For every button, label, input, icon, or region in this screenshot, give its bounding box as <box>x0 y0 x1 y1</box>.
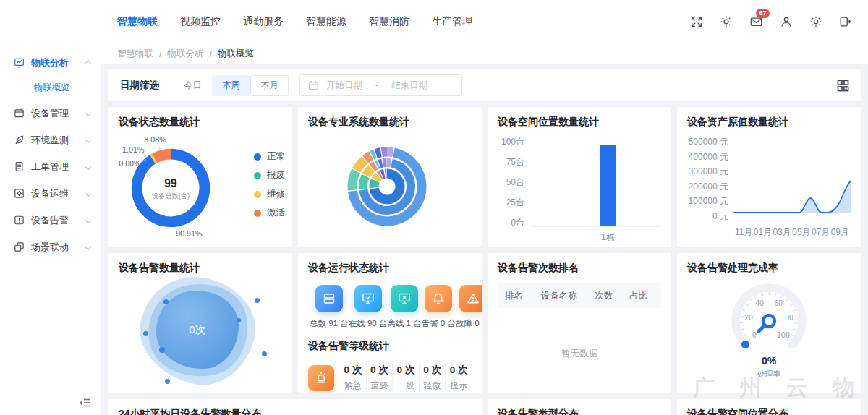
level-label: 提示 <box>446 380 472 392</box>
quick-month-button[interactable]: 本月 <box>250 75 289 96</box>
alert-square-icon <box>14 215 25 226</box>
level-value: 0 次 <box>340 364 366 377</box>
card-title: 设备专业系统数量统计 <box>308 116 472 129</box>
system-sunburst-chart <box>308 129 472 241</box>
y-tick: 50台 <box>506 178 524 187</box>
chevron-up-icon <box>85 59 91 65</box>
bell-icon <box>425 285 452 312</box>
siren-icon <box>308 365 334 391</box>
calendar-icon <box>308 80 319 91</box>
sidebar-item-scene-linkage[interactable]: 场景联动 <box>0 234 101 260</box>
alarm-liquid-chart: 0次 <box>119 278 282 385</box>
legend-item-repair[interactable]: 维修 <box>254 188 285 200</box>
level-hint: 0 次 提示 <box>445 362 472 393</box>
x-tick: 03月 <box>773 226 791 239</box>
layout-grid-icon[interactable] <box>837 80 849 92</box>
legend-item-normal[interactable]: 正常 <box>254 150 285 163</box>
scatter-dot <box>237 318 241 322</box>
nav-tab-smart-iot[interactable]: 智慧物联 <box>117 15 158 28</box>
tile-online: 在线 90 台 <box>349 285 388 329</box>
card-alarm-type-distribution: 设备告警类型分布 <box>488 399 671 415</box>
y-tick: 400000 元 <box>689 151 728 163</box>
fullscreen-icon[interactable] <box>690 15 703 28</box>
tile-label: 在线 90 台 <box>349 318 388 329</box>
sidebar-item-device-ops[interactable]: 设备运维 <box>0 180 101 207</box>
breadcrumb-separator: / <box>159 49 161 59</box>
level-value: 0 次 <box>393 364 419 377</box>
column-header: 设备名称 <box>534 290 588 302</box>
sidebar-collapse-icon[interactable] <box>80 398 91 408</box>
y-tick: 500000 元 <box>689 136 728 148</box>
tile-total: 总数 91 台 <box>310 285 349 329</box>
donut-pct-active: 8.08% <box>144 135 166 144</box>
breadcrumb-separator: / <box>209 49 211 59</box>
level-label: 重要 <box>367 380 393 392</box>
card-title: 设备状态数量统计 <box>119 116 282 129</box>
legend-dot <box>254 191 261 198</box>
date-separator: - <box>375 80 378 90</box>
sidebar-item-work-order[interactable]: 工单管理 <box>0 153 101 180</box>
settings-gear-icon[interactable] <box>720 15 733 28</box>
empty-state-text: 暂无数据 <box>498 348 661 360</box>
scatter-dot <box>165 379 170 384</box>
gauge-tick-label: 0 <box>752 330 757 339</box>
card-alarm-rank: 设备告警次数排名 排名 设备名称 次数 占比 暂无数据 <box>488 253 671 393</box>
scatter-dot <box>159 347 165 353</box>
chevron-down-icon <box>85 163 91 169</box>
tile-label: 离线 1 台 <box>387 318 421 329</box>
sidebar: 物联分析 物联概览 设备管理 环境监测 工单管理 设备运维 <box>0 0 101 415</box>
bar-plot-area: 1栋 <box>531 137 661 227</box>
legend-dot <box>254 153 261 161</box>
nav-tab-smart-fire[interactable]: 智慧消防 <box>369 15 409 28</box>
legend-item-scrap[interactable]: 报废 <box>254 169 285 181</box>
x-tick: 01月 <box>754 226 772 239</box>
sidebar-item-env-monitoring[interactable]: 环境监测 <box>0 127 101 153</box>
scatter-dot <box>262 351 267 356</box>
area-y-axis: 500000 元 400000 元 300000 元 200000 元 1000… <box>687 136 733 223</box>
user-icon[interactable] <box>780 15 793 28</box>
card-title: 设备告警空间位置分布 <box>687 408 851 415</box>
y-tick: 300000 元 <box>689 166 728 178</box>
card-system-count: 设备专业系统数量统计 <box>298 107 482 247</box>
breadcrumb-item[interactable]: 智慧物联 <box>117 48 153 60</box>
mail-icon[interactable]: 67 <box>749 15 763 28</box>
card-title: 24小时平均日设备告警数量分布 <box>119 408 472 415</box>
breadcrumb: 智慧物联 / 物联分析 / 物联概览 <box>101 43 868 65</box>
theme-sun-icon[interactable] <box>809 15 822 28</box>
sidebar-item-device-alarm[interactable]: 设备告警 <box>0 207 101 234</box>
nav-tab-video-monitor[interactable]: 视频监控 <box>180 15 221 28</box>
level-value: 0 次 <box>420 364 446 377</box>
nav-tab-commute-service[interactable]: 通勤服务 <box>243 15 284 28</box>
level-urgent: 0 次 紧急 <box>340 362 366 393</box>
date-filter-label: 日期筛选 <box>120 79 159 92</box>
sidebar-subitem-iot-overview[interactable]: 物联概览 <box>0 76 101 100</box>
bar-y-axis: 100台 75台 50台 25台 0台 <box>498 137 531 227</box>
bar-building-1[interactable] <box>600 145 616 226</box>
sidebar-item-iot-analysis[interactable]: 物联分析 <box>0 49 101 76</box>
breadcrumb-current: 物联概览 <box>218 48 254 60</box>
dashboard-cards: 设备状态数量统计 8.08% 1.01% <box>109 107 861 415</box>
sidebar-item-label: 设备告警 <box>31 214 69 227</box>
card-alarm-total: 设备告警数量统计 0次 <box>109 253 292 393</box>
nav-tab-production[interactable]: 生产管理 <box>432 15 472 28</box>
card-title: 设备资产原值数量统计 <box>687 116 851 129</box>
card-title: 设备告警处理完成率 <box>687 262 851 275</box>
end-date-placeholder: 结束日期 <box>391 80 427 92</box>
x-tick: 09月 <box>831 226 849 239</box>
card-title: 设备空间位置数量统计 <box>498 116 661 129</box>
card-title: 设备告警次数排名 <box>498 262 661 275</box>
date-range-input[interactable]: 开始日期 - 结束日期 <box>299 74 462 96</box>
area-x-axis: 11月 01月 03月 05月 07月 09月 <box>733 226 851 239</box>
quick-week-button[interactable]: 本周 <box>212 75 250 96</box>
quick-today-button[interactable]: 今日 <box>174 75 212 96</box>
logout-icon[interactable] <box>839 15 852 28</box>
monitor-check-icon <box>354 285 382 312</box>
blob-inner: 0次 <box>156 291 239 369</box>
breadcrumb-item[interactable]: 物联分析 <box>167 48 203 60</box>
sidebar-item-label: 工单管理 <box>31 161 69 174</box>
gauge-label: 处理率 <box>757 369 781 378</box>
legend-item-active[interactable]: 激活 <box>254 207 285 219</box>
legend-label: 报废 <box>267 169 285 181</box>
sidebar-item-device-management[interactable]: 设备管理 <box>0 100 101 127</box>
nav-tab-smart-energy[interactable]: 智慧能源 <box>306 15 346 28</box>
